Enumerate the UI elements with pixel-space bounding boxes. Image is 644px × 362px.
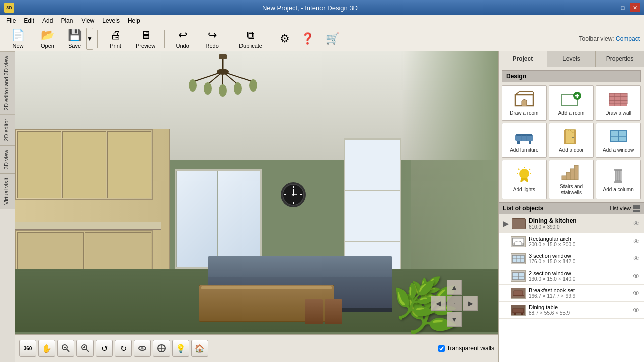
add-lights-button[interactable]: Add lights	[502, 160, 547, 199]
undo-button[interactable]: ↩ Undo	[169, 28, 196, 50]
tab-properties[interactable]: Properties	[596, 51, 644, 67]
menu-file[interactable]: File	[2, 16, 20, 25]
tab-project[interactable]: Project	[499, 51, 547, 67]
nav-right[interactable]: ▶	[463, 296, 478, 311]
toolbar: 📄 New 📂 Open 💾 Save ▼ 🖨 Print 🖥 Preview …	[0, 26, 644, 51]
app-logo-icon: 3D	[4, 3, 14, 13]
nav-down[interactable]: ▼	[447, 312, 462, 327]
nav-center[interactable]: ·	[447, 296, 462, 311]
zoom-out-button[interactable]	[57, 340, 74, 357]
category-dining-kitchen[interactable]: ▶ Dining & kitchen 610.0 × 390.0 👁	[499, 214, 644, 233]
rectangular-arch-dims: 200.0 × 15.0 × 200.0	[529, 242, 630, 247]
compact-link[interactable]: Compact	[616, 35, 640, 42]
new-button[interactable]: 📄 New	[4, 28, 32, 50]
3d-room-scene: 🌿 🌿 🌿	[15, 51, 498, 362]
breakfast-nook-visibility[interactable]: 👁	[633, 289, 640, 297]
obj-dining-table[interactable]: Dining table 88.7 × 55.6 × 55.9 👁	[499, 302, 644, 319]
svg-point-11	[219, 84, 227, 97]
print-button[interactable]: 🖨 Print	[102, 28, 129, 50]
pan-button[interactable]: ✋	[38, 340, 55, 357]
save-button[interactable]: 💾 Save	[63, 28, 86, 50]
window-controls: ─ □ ✕	[606, 3, 640, 12]
stairs-stairwells-label: Stairs and stairwells	[551, 184, 592, 196]
breakfast-nook-name: Breakfast nook set	[529, 287, 630, 293]
preview-label: Preview	[136, 43, 155, 49]
add-window-button[interactable]: Add a window	[596, 123, 641, 158]
list-view-button[interactable]: List view	[610, 205, 640, 212]
sep1	[97, 30, 98, 48]
tab-2d-3d-view[interactable]: 2D editor and 3D view	[0, 51, 15, 114]
nav-left[interactable]: ◀	[431, 296, 446, 311]
add-column-button[interactable]: Add a column	[596, 160, 641, 199]
tab-virtual-visit[interactable]: Virtual visit	[0, 173, 15, 209]
zoom-in-button[interactable]	[76, 340, 94, 357]
objects-list[interactable]: ▶ Dining & kitchen 610.0 × 390.0 👁	[499, 214, 644, 362]
menubar: File Edit Add Plan View Levels Help	[0, 15, 644, 26]
sep2	[164, 30, 165, 48]
tab-3d-view[interactable]: 3D view	[0, 145, 15, 173]
breakfast-nook-dims: 166.7 × 117.7 × 99.9	[529, 293, 630, 299]
3-section-window-visibility[interactable]: 👁	[633, 255, 640, 263]
restore-button[interactable]: □	[618, 3, 628, 12]
category-visibility-toggle[interactable]: 👁	[633, 220, 640, 228]
menu-add[interactable]: Add	[38, 16, 57, 25]
close-button[interactable]: ✕	[630, 3, 640, 12]
dining-table-visibility[interactable]: 👁	[633, 306, 640, 314]
menu-view[interactable]: View	[77, 16, 98, 25]
stairs-stairwells-button[interactable]: Stairs and stairwells	[549, 160, 594, 199]
transparent-walls-label: Transparent walls	[447, 345, 494, 352]
home-view-button[interactable]: 🏠	[191, 340, 208, 357]
objects-header-title: List of objects	[503, 205, 543, 212]
save-icon: 💾	[68, 29, 82, 42]
svg-rect-90	[514, 313, 516, 315]
add-room-icon	[560, 90, 582, 108]
menu-levels[interactable]: Levels	[98, 16, 124, 25]
360-view-button[interactable]: 360	[19, 340, 36, 357]
save-dropdown-button[interactable]: ▼	[86, 28, 93, 50]
redo-icon: ↪	[208, 29, 217, 42]
duplicate-label: Duplicate	[239, 43, 262, 49]
nav-up[interactable]: ▲	[447, 280, 462, 295]
rotate-left-button[interactable]: ↺	[96, 340, 113, 357]
transparent-walls-checkbox[interactable]	[438, 345, 445, 352]
redo-button[interactable]: ↪ Redo	[198, 28, 226, 50]
add-room-button[interactable]: Add a room	[549, 85, 594, 121]
orbit-button[interactable]	[134, 340, 151, 357]
dining-table-name: Dining table	[529, 304, 630, 310]
tab-2d-editor[interactable]: 2D editor	[0, 114, 15, 145]
menu-edit[interactable]: Edit	[20, 16, 38, 25]
viewport[interactable]: 🌿 🌿 🌿 ▲ ◀ · ▶ ▼ 360 ✋	[15, 51, 498, 362]
rectangular-arch-visibility[interactable]: 👁	[633, 238, 640, 246]
shop-button[interactable]: 🛒	[321, 28, 344, 50]
list-view-label: List view	[610, 205, 631, 211]
obj-2-section-window[interactable]: 2 section window 130.0 × 15.0 × 140.0 👁	[499, 267, 644, 285]
help-button[interactable]: ❓	[296, 28, 319, 50]
menu-help[interactable]: Help	[124, 16, 144, 25]
svg-line-23	[67, 349, 69, 352]
add-column-label: Add a column	[603, 187, 634, 193]
add-door-button[interactable]: Add a door	[549, 123, 594, 158]
tilt-button[interactable]	[153, 340, 170, 357]
2-section-window-visibility[interactable]: 👁	[633, 272, 640, 280]
menu-plan[interactable]: Plan	[57, 16, 77, 25]
window-pane-right	[218, 171, 260, 267]
design-section: Design Draw a room	[499, 67, 644, 202]
draw-wall-button[interactable]: Draw a wall	[596, 85, 641, 121]
rotate-right-button[interactable]: ↻	[115, 340, 132, 357]
obj-3-section-window[interactable]: 3 section window 176.0 × 15.0 × 142.0 👁	[499, 250, 644, 267]
add-furniture-button[interactable]: Add furniture	[502, 123, 547, 158]
category-info: Dining & kitchen 610.0 × 390.0	[529, 217, 630, 230]
open-button[interactable]: 📂 Open	[34, 28, 61, 50]
draw-room-button[interactable]: Draw a room	[502, 85, 547, 121]
lights-button[interactable]: 💡	[172, 340, 189, 357]
transparent-walls-control[interactable]: Transparent walls	[438, 345, 494, 352]
tab-levels[interactable]: Levels	[547, 51, 596, 67]
preview-button[interactable]: 🖥 Preview	[131, 28, 160, 50]
duplicate-button[interactable]: ⧉ Duplicate	[234, 28, 267, 50]
obj-rectangular-arch[interactable]: Rectangular arch 200.0 × 15.0 × 200.0 👁	[499, 233, 644, 250]
svg-rect-91	[521, 313, 523, 315]
window-title: New Project, - Interior Design 3D	[14, 4, 606, 12]
minimize-button[interactable]: ─	[606, 3, 616, 12]
obj-breakfast-nook-set[interactable]: Breakfast nook set 166.7 × 117.7 × 99.9 …	[499, 285, 644, 302]
settings-button[interactable]: ⚙	[275, 28, 294, 50]
